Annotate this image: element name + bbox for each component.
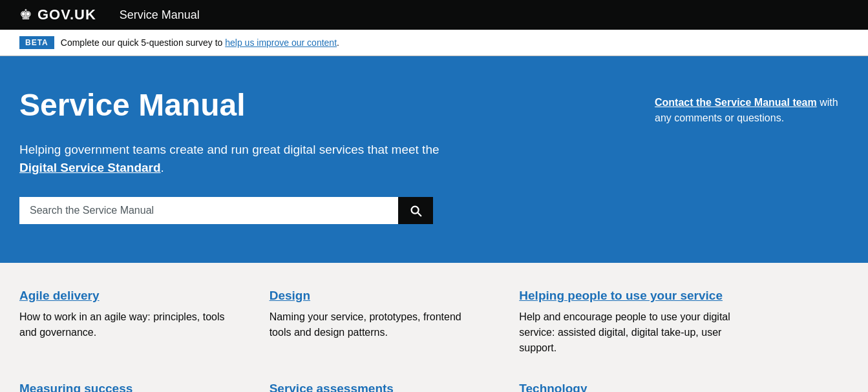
topic-link-service-assessments[interactable]: Service assessments	[270, 382, 394, 392]
search-button[interactable]	[398, 197, 433, 224]
hero-subtitle: Helping government teams create and run …	[19, 141, 439, 178]
search-input[interactable]	[19, 197, 398, 224]
beta-suffix: .	[337, 37, 339, 48]
search-icon	[408, 203, 423, 218]
crown-icon: ♚	[19, 6, 32, 23]
topic-item-technology: TechnologyChoosing technology, developme…	[519, 382, 730, 392]
topic-item-measuring-success: Measuring successHow to use data to impr…	[19, 382, 231, 392]
gov-logo[interactable]: ♚ GOV.UK	[19, 6, 96, 23]
topic-desc-design: Naming your service, prototypes, fronten…	[270, 309, 481, 340]
topic-link-design[interactable]: Design	[270, 289, 310, 303]
contact-link[interactable]: Contact the Service Manual team	[655, 97, 817, 108]
topic-link-measuring-success[interactable]: Measuring success	[19, 382, 132, 392]
beta-badge: BETA	[19, 36, 54, 49]
hero-section: Service Manual Helping government teams …	[0, 56, 868, 263]
hero-title: Service Manual	[19, 88, 439, 123]
beta-survey-link[interactable]: help us improve our content	[225, 37, 337, 48]
hero-content: Service Manual Helping government teams …	[19, 88, 439, 224]
hero-subtitle-start: Helping government teams create and run …	[19, 143, 439, 156]
beta-survey-text: Complete our quick 5-question survey to	[61, 37, 223, 48]
topics-grid: Agile deliveryHow to work in an agile wa…	[19, 289, 730, 392]
hero-subtitle-end: .	[161, 161, 164, 174]
digital-service-standard-link[interactable]: Digital Service Standard	[19, 161, 161, 174]
topics-section: Agile deliveryHow to work in an agile wa…	[0, 263, 868, 392]
topic-link-technology[interactable]: Technology	[519, 382, 587, 392]
service-manual-header-label: Service Manual	[120, 8, 200, 22]
site-header: ♚ GOV.UK Service Manual	[0, 0, 868, 30]
topic-link-agile-delivery[interactable]: Agile delivery	[19, 289, 100, 303]
topic-item-agile-delivery: Agile deliveryHow to work in an agile wa…	[19, 289, 231, 356]
topic-desc-helping-people: Help and encourage people to use your di…	[519, 309, 730, 356]
hero-contact: Contact the Service Manual team with any…	[655, 88, 849, 126]
topic-desc-agile-delivery: How to work in an agile way: principles,…	[19, 309, 231, 340]
topic-item-service-assessments: Service assessmentsCheck if you need a s…	[270, 382, 481, 392]
topic-item-design: DesignNaming your service, prototypes, f…	[270, 289, 481, 356]
search-form	[19, 197, 433, 224]
topic-link-helping-people[interactable]: Helping people to use your service	[519, 289, 723, 303]
contact-info: Contact the Service Manual team with any…	[655, 95, 849, 126]
beta-banner: BETA Complete our quick 5-question surve…	[0, 30, 868, 56]
topic-item-helping-people: Helping people to use your serviceHelp a…	[519, 289, 730, 356]
beta-banner-text: Complete our quick 5-question survey to …	[61, 37, 339, 48]
gov-title: GOV.UK	[37, 6, 96, 23]
